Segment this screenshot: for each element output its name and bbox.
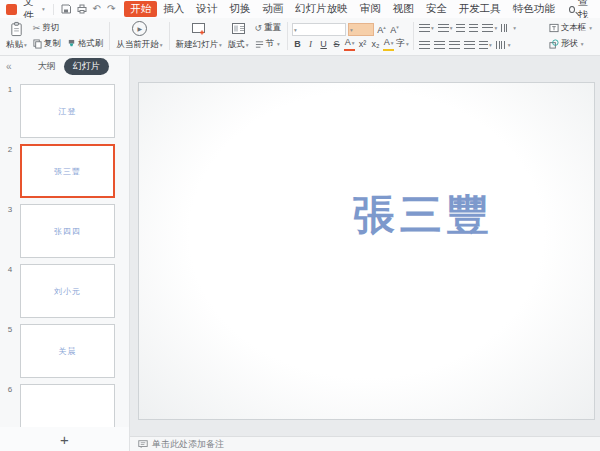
subscript-button[interactable]: x₂ <box>370 38 381 51</box>
menu-tab-10[interactable]: 开发工具 <box>453 1 507 17</box>
slide-thumbnail[interactable]: 刘小元 <box>20 264 115 318</box>
increase-indent-icon <box>469 24 478 32</box>
menu-tab-9[interactable]: 安全 <box>420 1 453 17</box>
divider <box>169 22 170 50</box>
increase-font-button[interactable]: A <box>376 21 387 37</box>
cut-label: 剪切 <box>42 22 59 34</box>
slide-thumbnail[interactable] <box>20 384 115 427</box>
panel-header: « 大纲 幻灯片 <box>0 56 129 76</box>
slide-editor[interactable]: 張三豐 <box>138 82 595 420</box>
main-area: « 大纲 幻灯片 1 江登 2 張三豐 3 张四四 4 刘小元 5 <box>0 56 600 451</box>
slide-thumbnail-title: 刘小元 <box>54 286 81 297</box>
copy-button[interactable]: 复制 <box>31 37 63 51</box>
slide-thumbnail-row: 6 <box>0 384 129 427</box>
notes-bar[interactable]: 单击此处添加备注 <box>130 436 600 451</box>
reset-button[interactable]: ↺ 重置 <box>253 21 284 35</box>
panel-tabs: 大纲 幻灯片 <box>18 58 129 75</box>
tab-outline[interactable]: 大纲 <box>38 60 56 73</box>
menu-tab-6[interactable]: 幻灯片放映 <box>289 1 354 17</box>
columns-button[interactable] <box>500 21 517 34</box>
shapes-button[interactable]: 形状 <box>547 37 594 51</box>
divider <box>413 22 414 50</box>
collapse-panel-button[interactable]: « <box>6 61 12 72</box>
notes-placeholder: 单击此处添加备注 <box>152 438 224 451</box>
slide-thumbnail[interactable]: 张四四 <box>20 204 115 258</box>
menu-tab-5[interactable]: 动画 <box>256 1 289 17</box>
slide-thumbnail-title: 江登 <box>59 106 77 117</box>
slide-number: 2 <box>0 144 20 198</box>
menu-tab-3[interactable]: 设计 <box>190 1 223 17</box>
cut-button[interactable]: ✂ 剪切 <box>31 21 62 35</box>
slide-thumbnail-title: 张四四 <box>54 226 81 237</box>
increase-indent-button[interactable] <box>468 21 479 34</box>
distribute-button[interactable] <box>495 38 512 51</box>
align-left-icon <box>419 41 430 49</box>
slide-thumbnail[interactable]: 关晨 <box>20 324 115 378</box>
decrease-font-button[interactable]: A <box>389 21 400 37</box>
menu-tab-1[interactable]: 开始 <box>124 1 157 17</box>
align-center-button[interactable] <box>433 38 446 51</box>
character-spacing-button[interactable]: 字 <box>396 37 409 51</box>
menu-tab-2[interactable]: 插入 <box>157 1 190 17</box>
numbered-list-icon <box>438 24 449 32</box>
play-from-current-button[interactable]: ▶ 从当前开始 <box>114 20 164 52</box>
layout-label: 版式 <box>228 39 249 51</box>
add-slide-button[interactable]: + <box>60 432 69 447</box>
wps-logo-icon[interactable] <box>6 4 17 15</box>
font-family-select[interactable] <box>292 23 346 36</box>
menu-tab-11[interactable]: 特色功能 <box>507 1 561 17</box>
align-right-button[interactable] <box>448 38 461 51</box>
text-direction-button[interactable] <box>478 38 493 51</box>
undo-icon[interactable]: ↶ <box>92 4 102 14</box>
underline-button[interactable]: U <box>318 38 329 51</box>
italic-button[interactable]: I <box>305 38 316 51</box>
slide-thumbnail[interactable]: 張三豐 <box>20 144 115 198</box>
numbered-list-button[interactable] <box>437 21 454 34</box>
reset-icon: ↺ <box>255 24 263 33</box>
paste-button[interactable]: 粘贴 <box>4 20 29 52</box>
textbox-icon <box>549 23 559 33</box>
tab-slides[interactable]: 幻灯片 <box>64 58 109 75</box>
print-icon[interactable] <box>76 4 88 14</box>
panel-footer: + <box>0 427 129 451</box>
menu-tab-7[interactable]: 审阅 <box>354 1 387 17</box>
slide-number: 4 <box>0 264 20 318</box>
menu-tab-4[interactable]: 切换 <box>223 1 256 17</box>
font-color-button[interactable]: A <box>344 37 355 51</box>
bullet-list-button[interactable] <box>418 21 435 34</box>
menu-tabs: 开始插入设计切换动画幻灯片放映审阅视图安全开发工具特色功能 <box>124 1 561 17</box>
section-icon <box>255 40 264 49</box>
align-center-icon <box>434 41 445 49</box>
superscript-button[interactable]: x² <box>357 38 368 51</box>
bold-button[interactable]: B <box>292 38 303 51</box>
strikethrough-button[interactable]: S <box>331 38 342 51</box>
slide-title-text[interactable]: 張三豐 <box>353 187 494 243</box>
save-icon[interactable] <box>60 4 72 14</box>
decrease-indent-button[interactable] <box>455 21 466 34</box>
section-label: 节 <box>266 38 275 50</box>
redo-icon[interactable]: ↷ <box>106 4 116 14</box>
decrease-indent-icon <box>456 24 465 32</box>
slide-thumbnail-row: 2 張三豐 <box>0 144 129 198</box>
menu-tab-8[interactable]: 视图 <box>387 1 420 17</box>
format-painter-icon <box>67 39 76 49</box>
font-size-select[interactable] <box>348 23 374 36</box>
slide-thumbnail-title: 張三豐 <box>54 166 81 177</box>
line-spacing-button[interactable] <box>481 21 498 34</box>
format-painter-button[interactable]: 格式刷 <box>65 37 106 51</box>
layout-button[interactable]: 版式 <box>226 20 251 52</box>
notes-icon <box>138 440 148 449</box>
section-button[interactable]: 节 <box>253 37 282 51</box>
textbox-button[interactable]: 文本框 <box>547 21 594 35</box>
slides-panel: « 大纲 幻灯片 1 江登 2 張三豐 3 张四四 4 刘小元 5 <box>0 56 130 451</box>
shapes-icon <box>549 39 559 49</box>
slide-canvas[interactable]: 張三豐 <box>130 56 600 436</box>
distribute-icon <box>496 41 507 49</box>
slide-thumbnail[interactable]: 江登 <box>20 84 115 138</box>
slide-thumbnail-list: 1 江登 2 張三豐 3 张四四 4 刘小元 5 关晨 6 <box>0 76 129 427</box>
align-left-button[interactable] <box>418 38 431 51</box>
highlight-color-button[interactable]: A <box>383 37 394 51</box>
justify-button[interactable] <box>463 38 476 51</box>
slide-number: 5 <box>0 324 20 378</box>
new-slide-button[interactable]: 新建幻灯片 <box>174 20 224 52</box>
